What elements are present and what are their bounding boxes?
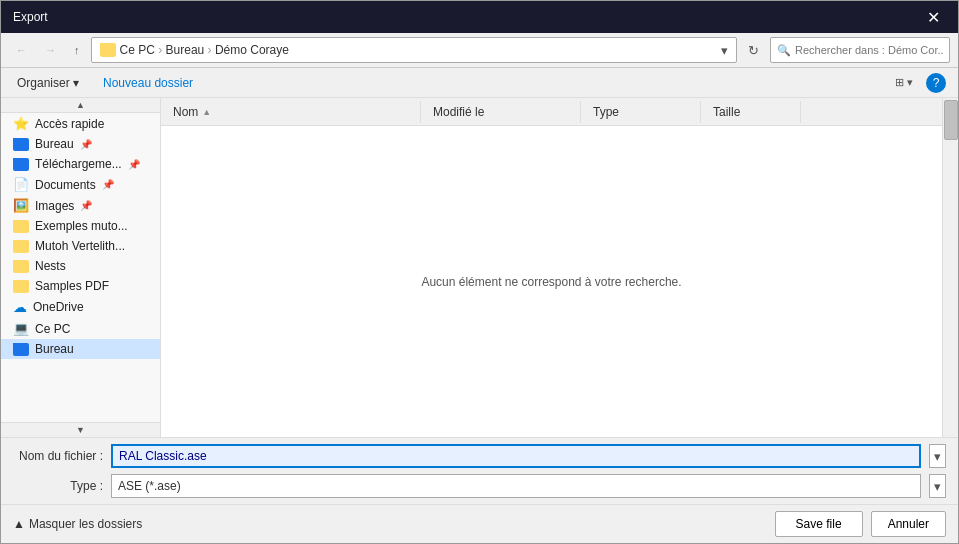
action-footer: ▲ Masquer les dossiers Save file Annuler xyxy=(1,504,958,543)
folder-yellow-icon xyxy=(13,260,29,273)
filetype-label: Type : xyxy=(13,479,103,493)
col-name-label: Nom xyxy=(173,105,198,119)
save-button[interactable]: Save file xyxy=(775,511,863,537)
folder-icon xyxy=(100,43,116,57)
folder-blue-icon xyxy=(13,343,29,356)
hide-folders-button[interactable]: ▲ Masquer les dossiers xyxy=(13,517,142,531)
sidebar-item-images[interactable]: 🖼️ Images 📌 xyxy=(1,195,160,216)
sort-arrow: ▲ xyxy=(202,107,211,117)
search-icon: 🔍 xyxy=(777,44,791,57)
filename-dropdown-button[interactable]: ▾ xyxy=(929,444,946,468)
document-icon: 📄 xyxy=(13,177,29,192)
file-list: Aucun élément ne correspond à votre rech… xyxy=(161,126,942,437)
folder-yellow-icon xyxy=(13,240,29,253)
navigation-toolbar: ← → ↑ Ce PC › Bureau › Démo Coraye ▾ ↻ 🔍 xyxy=(1,33,958,68)
sidebar-item-label: Images xyxy=(35,199,74,213)
filename-input[interactable] xyxy=(111,444,921,468)
sidebar-item-label: Documents xyxy=(35,178,96,192)
sidebar-item-bureau2[interactable]: Bureau xyxy=(1,339,160,359)
sidebar-item-ce-pc[interactable]: 💻 Ce PC xyxy=(1,318,160,339)
filename-row: Nom du fichier : ▾ xyxy=(1,438,958,471)
breadcrumb-part-3[interactable]: Démo Coraye xyxy=(215,43,289,57)
view-button[interactable]: ⊞ ▾ xyxy=(888,72,920,93)
folder-yellow-icon xyxy=(13,220,29,233)
new-folder-button[interactable]: Nouveau dossier xyxy=(99,74,197,92)
breadcrumb-part-1[interactable]: Ce PC xyxy=(120,43,155,57)
sidebar-item-label: Ce PC xyxy=(35,322,70,336)
view-icon: ⊞ xyxy=(895,76,904,88)
close-button[interactable]: ✕ xyxy=(921,6,946,29)
scrollbar-thumb[interactable] xyxy=(944,100,958,140)
export-dialog: Export ✕ ← → ↑ Ce PC › Bureau › Démo Cor… xyxy=(0,0,959,544)
scrollbar-track[interactable] xyxy=(942,98,958,437)
column-headers: Nom ▲ Modifié le Type Taille xyxy=(161,98,942,126)
filename-label: Nom du fichier : xyxy=(13,449,103,463)
sidebar-list: ⭐ Accès rapide Bureau 📌 Téléchargeme... … xyxy=(1,113,160,422)
action-toolbar: Organiser ▾ Nouveau dossier ⊞ ▾ ? xyxy=(1,68,958,98)
sidebar-item-label: Mutoh Vertelith... xyxy=(35,239,125,253)
organize-button[interactable]: Organiser ▾ xyxy=(13,74,83,92)
breadcrumb: Ce PC › Bureau › Démo Coraye xyxy=(120,43,289,57)
sidebar-item-onedrive[interactable]: ☁ OneDrive xyxy=(1,296,160,318)
hide-folders-label: Masquer les dossiers xyxy=(29,517,142,531)
sidebar-item-exemples[interactable]: Exemples muto... xyxy=(1,216,160,236)
main-area: ▲ ⭐ Accès rapide Bureau 📌 Téléchargeme..… xyxy=(1,98,958,437)
organize-arrow: ▾ xyxy=(73,76,79,90)
dialog-title: Export xyxy=(13,10,48,24)
title-bar: Export ✕ xyxy=(1,1,958,33)
col-header-type[interactable]: Type xyxy=(581,101,701,123)
empty-message: Aucun élément ne correspond à votre rech… xyxy=(421,275,681,289)
star-icon: ⭐ xyxy=(13,116,29,131)
pc-icon: 💻 xyxy=(13,321,29,336)
view-controls: ⊞ ▾ ? xyxy=(888,72,946,93)
sidebar-item-label: OneDrive xyxy=(33,300,84,314)
filetype-input xyxy=(111,474,921,498)
col-header-size[interactable]: Taille xyxy=(701,101,801,123)
view-arrow: ▾ xyxy=(907,76,913,88)
breadcrumb-bar: Ce PC › Bureau › Démo Coraye ▾ xyxy=(91,37,738,63)
pin-icon: 📌 xyxy=(102,179,114,190)
sidebar-item-label: Exemples muto... xyxy=(35,219,128,233)
images-icon: 🖼️ xyxy=(13,198,29,213)
sidebar-item-nests[interactable]: Nests xyxy=(1,256,160,276)
pin-icon: 📌 xyxy=(80,139,92,150)
search-bar: 🔍 xyxy=(770,37,950,63)
content-area: Nom ▲ Modifié le Type Taille Aucun éléme… xyxy=(161,98,942,437)
breadcrumb-dropdown[interactable]: ▾ xyxy=(721,43,728,58)
help-button[interactable]: ? xyxy=(926,73,946,93)
bottom-bar: Nom du fichier : ▾ Type : ▾ ▲ Masquer le… xyxy=(1,437,958,543)
pin-icon: 📌 xyxy=(128,159,140,170)
up-button[interactable]: ↑ xyxy=(67,40,87,60)
refresh-button[interactable]: ↻ xyxy=(741,39,766,62)
sidebar-item-acces-rapide[interactable]: ⭐ Accès rapide xyxy=(1,113,160,134)
sidebar-item-label: Téléchargeme... xyxy=(35,157,122,171)
sidebar-scroll-down[interactable]: ▼ xyxy=(1,422,160,437)
breadcrumb-part-2[interactable]: Bureau xyxy=(166,43,205,57)
col-header-modified[interactable]: Modifié le xyxy=(421,101,581,123)
folder-yellow-icon xyxy=(13,280,29,293)
folder-download-icon xyxy=(13,158,29,171)
filetype-row: Type : ▾ xyxy=(1,471,958,504)
sidebar-item-bureau[interactable]: Bureau 📌 xyxy=(1,134,160,154)
sidebar-item-telechargements[interactable]: Téléchargeme... 📌 xyxy=(1,154,160,174)
filetype-dropdown-button[interactable]: ▾ xyxy=(929,474,946,498)
col-header-name[interactable]: Nom ▲ xyxy=(161,101,421,123)
sidebar-item-mutoh[interactable]: Mutoh Vertelith... xyxy=(1,236,160,256)
sidebar-item-label: Bureau xyxy=(35,137,74,151)
search-input[interactable] xyxy=(795,44,943,56)
forward-button[interactable]: → xyxy=(38,40,63,60)
sidebar-item-label: Accès rapide xyxy=(35,117,104,131)
sidebar: ▲ ⭐ Accès rapide Bureau 📌 Téléchargeme..… xyxy=(1,98,161,437)
sidebar-item-documents[interactable]: 📄 Documents 📌 xyxy=(1,174,160,195)
back-button[interactable]: ← xyxy=(9,40,34,60)
hide-folders-arrow: ▲ xyxy=(13,517,25,531)
organize-label: Organiser xyxy=(17,76,70,90)
sidebar-scroll-up[interactable]: ▲ xyxy=(1,98,160,113)
sidebar-item-label: Bureau xyxy=(35,342,74,356)
sidebar-item-samples[interactable]: Samples PDF xyxy=(1,276,160,296)
sidebar-item-label: Nests xyxy=(35,259,66,273)
cancel-button[interactable]: Annuler xyxy=(871,511,946,537)
pin-icon: 📌 xyxy=(80,200,92,211)
cloud-icon: ☁ xyxy=(13,299,27,315)
folder-blue-icon xyxy=(13,138,29,151)
